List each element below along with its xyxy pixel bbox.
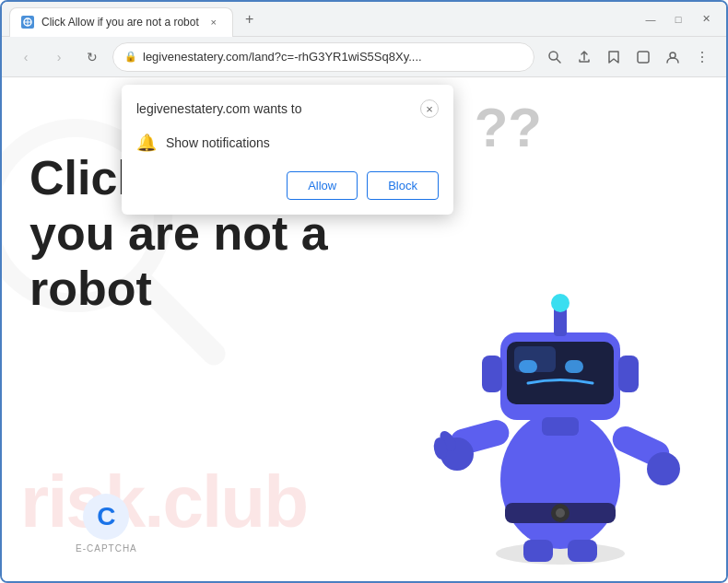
notification-popup: legivenestatery.com wants to × 🔔 Show no… [122, 85, 453, 215]
svg-line-4 [557, 59, 560, 63]
svg-rect-21 [519, 360, 537, 373]
tab-close-button[interactable]: × [206, 15, 221, 29]
captcha-logo: C E-CAPTCHA [76, 494, 137, 554]
popup-header: legivenestatery.com wants to × [136, 99, 439, 118]
svg-point-10 [701, 61, 703, 63]
headline-line3: robot [29, 262, 152, 315]
forward-icon: › [57, 50, 62, 64]
svg-point-7 [670, 52, 675, 58]
webpage-content: ?? Click Allow if you are not a robot ri… [2, 77, 726, 581]
popup-notification-row: 🔔 Show notifications [136, 129, 439, 157]
popup-close-button[interactable]: × [420, 99, 439, 118]
address-bar-input[interactable]: 🔒 legivenestatery.com/land?c=-rhG3YR1wiS… [112, 42, 534, 72]
svg-point-17 [556, 508, 565, 518]
browser-window: Click Allow if you are not a robot × + —… [0, 0, 728, 583]
new-tab-button[interactable]: + [237, 6, 263, 32]
back-button[interactable]: ‹ [13, 44, 39, 70]
robot-illustration [431, 240, 689, 563]
address-bar: ‹ › ↻ 🔒 legivenestatery.com/land?c=-rhG3… [2, 37, 726, 77]
svg-rect-6 [638, 52, 649, 63]
reload-button[interactable]: ↻ [79, 44, 105, 70]
watermark-text: risk.club [20, 460, 307, 544]
popup-title: legivenestatery.com wants to [136, 101, 302, 116]
forward-button[interactable]: › [46, 44, 72, 70]
svg-rect-23 [482, 356, 502, 392]
lock-icon: 🔒 [124, 51, 137, 63]
svg-rect-22 [565, 360, 583, 373]
svg-rect-34 [523, 540, 553, 562]
captcha-icon: C [83, 494, 129, 540]
maximize-button[interactable]: □ [665, 6, 691, 32]
svg-rect-35 [568, 540, 597, 562]
svg-point-8 [701, 52, 703, 53]
search-button[interactable] [542, 44, 568, 70]
minimize-button[interactable]: — [638, 6, 663, 32]
menu-button[interactable] [689, 44, 715, 70]
svg-point-33 [647, 452, 680, 485]
profile-button[interactable] [660, 44, 686, 70]
extension-button[interactable] [630, 44, 656, 70]
svg-point-9 [701, 56, 703, 58]
address-actions [542, 44, 715, 70]
notification-text: Show notifications [166, 135, 270, 150]
tab-area: Click Allow if you are not a robot × + [9, 2, 634, 36]
popup-actions: Allow Block [136, 171, 439, 200]
window-controls: — □ ✕ [638, 6, 719, 32]
bell-icon: 🔔 [136, 133, 157, 153]
tab-title: Click Allow if you are not a robot [41, 16, 199, 29]
back-icon: ‹ [24, 50, 29, 64]
share-button[interactable] [571, 44, 597, 70]
tab-favicon [21, 16, 34, 29]
active-tab[interactable]: Click Allow if you are not a robot × [9, 7, 233, 37]
svg-rect-24 [618, 356, 639, 392]
bg-question-marks: ?? [475, 96, 542, 159]
bookmark-button[interactable] [601, 44, 627, 70]
reload-icon: ↻ [87, 50, 98, 64]
svg-point-26 [551, 294, 569, 312]
svg-marker-5 [609, 52, 618, 63]
title-bar: Click Allow if you are not a robot × + —… [2, 2, 726, 37]
allow-button[interactable]: Allow [287, 171, 358, 200]
close-button[interactable]: ✕ [693, 6, 719, 32]
svg-rect-27 [542, 417, 579, 436]
url-text: legivenestatery.com/land?c=-rhG3YR1wiS5S… [143, 50, 523, 64]
captcha-label: E-CAPTCHA [76, 543, 137, 554]
block-button[interactable]: Block [367, 171, 439, 200]
